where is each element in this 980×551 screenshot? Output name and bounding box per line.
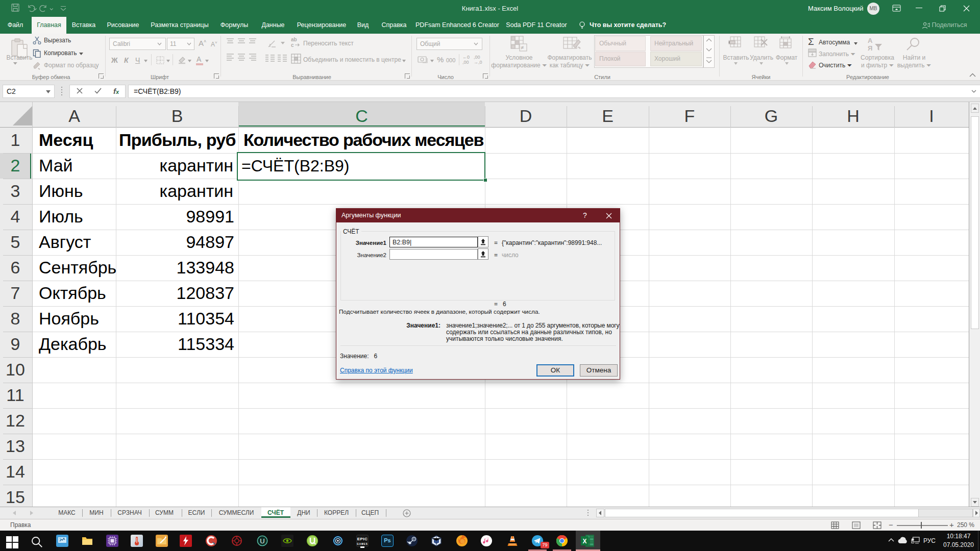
svg-text:А: А — [868, 37, 873, 44]
svg-text:c: c — [291, 42, 294, 48]
svg-text:Я: Я — [868, 44, 872, 52]
svg-text:U: U — [260, 537, 264, 545]
svg-text:X: X — [582, 538, 586, 545]
svg-text:ab: ab — [291, 37, 297, 42]
svg-text:≠: ≠ — [521, 44, 524, 51]
